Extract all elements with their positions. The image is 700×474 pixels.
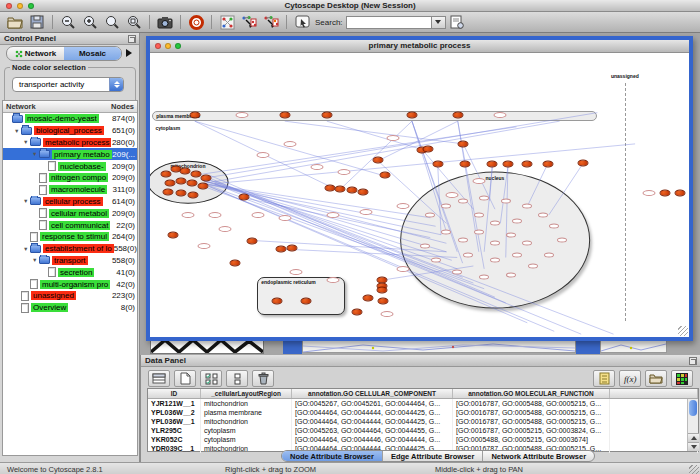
label-node[interactable]	[445, 192, 458, 198]
table-column-header[interactable]: annotation.GO CELLULAR_COMPONENT	[292, 389, 453, 398]
function-builder-icon[interactable]: f(x)	[619, 370, 641, 387]
network-node[interactable]	[577, 159, 588, 166]
table-row[interactable]: YKR052Ccytoplasm[GO:0044464, GO:0044446,…	[148, 435, 698, 444]
network-node[interactable]	[189, 112, 200, 119]
network-node[interactable]	[201, 174, 212, 181]
attribute-table-icon[interactable]	[148, 370, 170, 387]
layout-nodes-icon[interactable]	[239, 14, 259, 31]
tree-row[interactable]: transport558(0)	[3, 255, 137, 267]
network-node[interactable]	[168, 232, 179, 239]
tree-row[interactable]: mosaic-demo-yeast874(0)	[3, 113, 137, 125]
label-node[interactable]	[219, 226, 232, 232]
attribute-legend-icon[interactable]	[593, 370, 615, 387]
nucleus-node[interactable]	[425, 212, 435, 217]
network-view-window[interactable]: primary metabolic process plasma membran…	[146, 36, 693, 341]
expand-arrow-icon[interactable]	[23, 198, 30, 204]
tree-row[interactable]: Overview8(0)	[3, 302, 137, 314]
background-window-fragment[interactable]	[302, 339, 576, 353]
float-panel-icon[interactable]	[128, 35, 136, 43]
network-node[interactable]	[187, 179, 198, 186]
table-row[interactable]: YPL036W__2plasma membrane[GO:0044464, GO…	[148, 408, 698, 417]
tab-node-attribute-browser[interactable]: Node Attribute Browser	[282, 451, 383, 461]
select-attributes-icon[interactable]	[200, 370, 222, 387]
label-node[interactable]	[236, 112, 249, 118]
label-node[interactable]	[289, 269, 302, 275]
label-node[interactable]	[327, 212, 340, 218]
nucleus-node[interactable]	[463, 252, 473, 257]
network-node[interactable]	[452, 112, 463, 119]
search-config-icon[interactable]	[447, 14, 467, 31]
label-node[interactable]	[311, 164, 324, 170]
node-color-dropdown[interactable]: transporter activity	[12, 77, 124, 92]
background-window-fragment[interactable]	[600, 339, 667, 353]
network-node[interactable]	[279, 112, 290, 119]
zoom-out-icon[interactable]	[58, 14, 78, 31]
nucleus-node[interactable]	[490, 241, 500, 246]
label-node[interactable]	[284, 141, 297, 147]
label-node[interactable]	[359, 209, 372, 215]
expand-arrow-icon[interactable]	[32, 151, 39, 157]
zoom-selected-icon[interactable]	[124, 14, 144, 31]
nucleus-node[interactable]	[522, 204, 532, 209]
new-attribute-icon[interactable]	[174, 370, 196, 387]
scrollbar-thumb[interactable]	[689, 400, 697, 416]
network-node[interactable]	[321, 112, 332, 119]
nucleus-node[interactable]	[441, 229, 451, 234]
app-titlebar[interactable]: Cytoscape Desktop (New Session)	[0, 0, 700, 12]
tree-row[interactable]: nucleobase-209(0)	[3, 160, 137, 172]
unselect-attributes-icon[interactable]	[226, 370, 248, 387]
nucleus-node[interactable]	[506, 272, 516, 277]
tree-row[interactable]: cell communicat22(0)	[3, 219, 137, 231]
tree-row[interactable]: cellular process614(0)	[3, 196, 137, 208]
network-node[interactable]	[542, 160, 553, 167]
network-node[interactable]	[376, 286, 387, 293]
tree-row[interactable]: cellular metabol209(0)	[3, 207, 137, 219]
network-node[interactable]	[423, 145, 434, 152]
open-session-icon[interactable]	[5, 14, 25, 31]
network-node[interactable]	[161, 170, 172, 177]
tree-row[interactable]: metabolic process280(0)	[3, 137, 137, 149]
tree-row[interactable]: nitrogen compo209(0)	[3, 172, 137, 184]
network-node[interactable]	[347, 186, 358, 193]
import-attributes-folder-icon[interactable]	[645, 370, 667, 387]
heatmap-matrix-icon[interactable]	[671, 370, 693, 387]
nucleus-node[interactable]	[474, 212, 484, 217]
network-node[interactable]	[164, 179, 175, 186]
network-node[interactable]	[362, 294, 373, 301]
expand-arrow-icon[interactable]	[23, 246, 30, 252]
table-row[interactable]: YPL036W__1mitochondrion[GO:0044464, GO:0…	[148, 417, 698, 426]
label-node[interactable]	[208, 212, 221, 218]
nucleus-node[interactable]	[512, 218, 522, 223]
scroll-up-icon[interactable]	[688, 433, 699, 442]
nucleus-node[interactable]	[458, 198, 468, 203]
network-node[interactable]	[188, 192, 199, 199]
nucleus-node[interactable]	[528, 264, 538, 269]
network-node[interactable]	[377, 297, 388, 304]
network-node[interactable]	[357, 188, 368, 195]
table-row[interactable]: YLR295Ccytoplasm[GO:0045263, GO:0044464,…	[148, 426, 698, 435]
delete-attribute-trash-icon[interactable]	[252, 370, 274, 387]
save-session-icon[interactable]	[27, 14, 47, 31]
network-node[interactable]	[300, 297, 311, 304]
tree-row[interactable]: primary metabo209(...	[3, 148, 137, 160]
more-tabs-icon[interactable]	[126, 49, 132, 57]
nucleus-node[interactable]	[557, 238, 567, 243]
label-node[interactable]	[338, 169, 351, 175]
network-node[interactable]	[286, 245, 297, 252]
nucleus-node[interactable]	[501, 198, 511, 203]
network-node[interactable]	[197, 182, 208, 189]
nucleus-node[interactable]	[420, 244, 430, 249]
tree-row[interactable]: biological_process651(0)	[3, 125, 137, 137]
label-node[interactable]	[181, 212, 194, 218]
network-node[interactable]	[521, 160, 532, 167]
label-node[interactable]	[397, 203, 410, 209]
network-node[interactable]	[372, 156, 383, 163]
network-node[interactable]	[406, 112, 417, 119]
network-window-titlebar[interactable]: primary metabolic process	[150, 40, 689, 53]
network-node[interactable]	[351, 308, 362, 315]
tab-edge-attribute-browser[interactable]: Edge Attribute Browser	[383, 451, 483, 461]
label-node[interactable]	[397, 266, 410, 272]
tab-network[interactable]: Network	[7, 47, 64, 60]
nucleus-node[interactable]	[490, 258, 500, 263]
network-view-icon[interactable]	[217, 14, 237, 31]
